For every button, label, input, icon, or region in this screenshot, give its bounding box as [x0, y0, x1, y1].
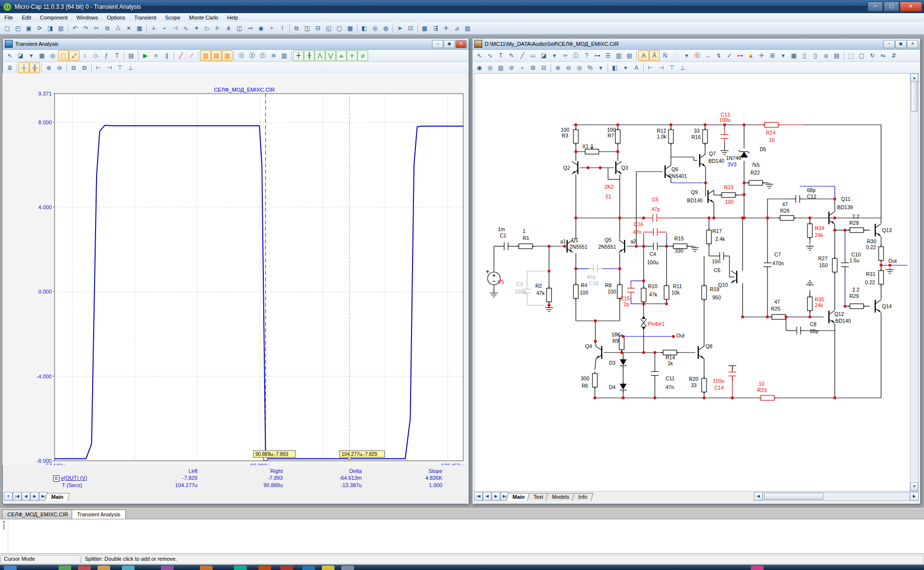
open-button[interactable]: ◰	[13, 23, 23, 34]
hscroll-right-button[interactable]: ▶	[910, 492, 919, 501]
part-R16[interactable]	[703, 128, 708, 145]
graphics-arrow[interactable]: ▾	[26, 50, 37, 61]
part-R26[interactable]	[778, 216, 796, 220]
taskbar-app-icon[interactable]	[161, 566, 174, 570]
x-axis-button[interactable]: ⓧ	[236, 50, 247, 61]
part-gnd[interactable]	[721, 149, 728, 155]
node-numbers-button[interactable]: Ṅ	[660, 50, 670, 61]
part-R33[interactable]	[720, 193, 737, 197]
vscroll-thumb[interactable]	[911, 81, 918, 112]
part-gnd[interactable]	[886, 268, 894, 274]
graphics-dropdown[interactable]: ◪	[15, 50, 26, 61]
taskbar-app-icon[interactable]	[200, 566, 213, 570]
part-bjt[interactable]	[875, 300, 881, 313]
transient-window-titlebar[interactable]: Transient Analysis ─ ▣ ✕	[3, 39, 469, 50]
add-page-button[interactable]: ⊞	[528, 62, 538, 73]
ink-button[interactable]: ✑	[560, 50, 570, 61]
scale-mode-button[interactable]: ⤢	[69, 50, 79, 61]
taskbar-app-icon[interactable]	[4, 566, 17, 570]
inductor-part-button[interactable]: ∿	[180, 23, 191, 34]
maximize-window-button[interactable]: ▢	[334, 23, 345, 34]
copy-button[interactable]: ⧉	[102, 23, 113, 34]
high-button[interactable]: ⩕	[336, 50, 347, 61]
part-R27[interactable]	[832, 256, 837, 274]
low-button[interactable]: ⩔	[347, 50, 357, 61]
part-R1[interactable]	[517, 244, 534, 249]
part-bjt[interactable]	[572, 161, 578, 174]
zoom-arrow[interactable]: ▾	[595, 62, 606, 73]
page-properties-button[interactable]: ▤	[831, 50, 842, 61]
wire-mode-button[interactable]: ∿	[485, 50, 495, 61]
probe-window-button[interactable]: ⊡	[405, 23, 416, 34]
part-R10[interactable]	[641, 286, 646, 304]
shape-dropdown[interactable]: ◪	[538, 50, 549, 61]
part-Probe1[interactable]	[641, 316, 647, 330]
part-R29[interactable]	[848, 304, 865, 309]
schematic-close-button[interactable]: ✕	[907, 40, 918, 48]
taskbar-app-icon[interactable]	[322, 566, 334, 570]
tile-plots-button[interactable]: ⧉	[79, 62, 90, 73]
menu-help[interactable]: Help	[223, 13, 243, 22]
save-button[interactable]: ▣	[23, 23, 34, 34]
schematic-tab-models[interactable]: Models	[546, 493, 575, 501]
shape-arrow[interactable]: ▾	[549, 50, 560, 61]
y-axis-button[interactable]: ⓨ	[247, 50, 257, 61]
splitter-handle[interactable]: ║	[2, 524, 5, 529]
overlap-windows-button[interactable]: ◱	[323, 23, 334, 34]
pan-mode-button[interactable]: ↕	[79, 50, 90, 61]
align-bottom-button[interactable]: ⊥	[677, 62, 688, 73]
align-top-button[interactable]: ⊤	[115, 62, 125, 73]
schematic-canvas[interactable]: 100R3X1100R7Q2Q32K251R121.0k33R16C13100u…	[474, 73, 910, 491]
part-bjt[interactable]	[698, 346, 704, 359]
dot-button[interactable]: ●	[517, 62, 528, 73]
part-C14[interactable]	[728, 367, 736, 381]
region-button[interactable]: ▢	[856, 50, 867, 61]
line-button[interactable]: ╱	[517, 50, 528, 61]
point-tag-button[interactable]: ◇	[90, 50, 101, 61]
first-sheet-button[interactable]: |◀	[13, 492, 21, 501]
taskbar-app-icon[interactable]	[98, 566, 110, 570]
pause-button[interactable]: ∥	[161, 50, 172, 61]
part-R31[interactable]	[879, 269, 884, 286]
currents-button[interactable]: →	[703, 50, 713, 61]
grid-arrow[interactable]: ▾	[778, 50, 788, 61]
next-page-button[interactable]: ▶	[491, 492, 500, 501]
web-button[interactable]: ◍	[380, 23, 391, 34]
part-bjt[interactable]	[708, 190, 714, 203]
sheet-tab-main[interactable]: Main	[45, 493, 70, 501]
calculator-button[interactable]: ▦	[345, 23, 355, 34]
resistor-part-button[interactable]: ⌁	[159, 23, 170, 34]
document-tab-active[interactable]: Transient Analysis	[72, 510, 126, 520]
meter-part-button[interactable]: ⚬	[266, 23, 277, 34]
taskbar-app-icon[interactable]	[59, 566, 71, 570]
part-C10[interactable]	[841, 258, 849, 272]
taskbar-app-icon[interactable]	[280, 566, 293, 570]
zoom-out-button[interactable]: ⊖	[563, 62, 574, 73]
find-button[interactable]: ◉	[474, 62, 485, 73]
translate-button[interactable]: ◨	[45, 23, 56, 34]
text-mode-button[interactable]: T	[495, 50, 506, 61]
numeric-output-button[interactable]: ≣	[4, 62, 15, 73]
zoom-in-button[interactable]: ⊕	[552, 62, 563, 73]
cut-button[interactable]: ✂	[91, 23, 102, 34]
pin-connections-button[interactable]: ⊶	[735, 50, 746, 61]
part-R30[interactable]	[879, 245, 884, 262]
part-R18[interactable]	[702, 284, 707, 301]
opamp-part-button[interactable]: ◫	[234, 23, 245, 34]
next-sheet-button[interactable]: ▶	[30, 492, 39, 501]
grid-button[interactable]: ⊞	[767, 50, 778, 61]
copy-image-button[interactable]: ▦	[37, 50, 47, 61]
part-bjt[interactable]	[875, 224, 881, 236]
part-C5[interactable]	[648, 214, 662, 222]
data-points-button[interactable]: ≋	[268, 50, 279, 61]
part-C1[interactable]	[499, 242, 513, 250]
part-R20[interactable]	[702, 376, 707, 394]
transient-plot-canvas[interactable]: СЕЛФ_МОД_EMIXC.CIR9.3718.0004.0000.000-4…	[2, 73, 467, 465]
align-left-button[interactable]: ⊢	[645, 62, 656, 73]
zoom-area-button[interactable]: ◎	[574, 62, 585, 73]
box-select-button[interactable]: ⬚	[845, 50, 856, 61]
hscroll-left-button[interactable]: ◀	[754, 492, 763, 501]
app-minimize-button[interactable]: ─	[867, 1, 883, 12]
formula-text-button[interactable]: ƒ	[101, 50, 112, 61]
part-C12[interactable]	[791, 195, 805, 203]
